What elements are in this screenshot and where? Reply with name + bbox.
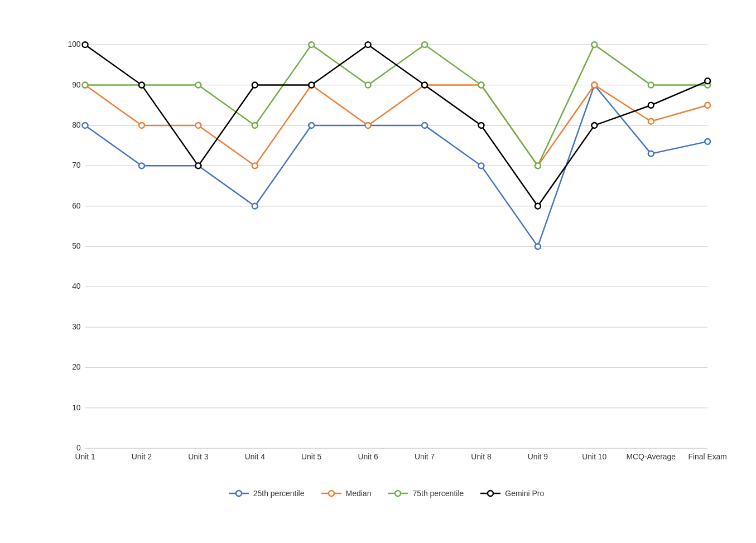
svg-point-85 (329, 491, 334, 496)
svg-point-66 (535, 163, 540, 168)
svg-point-37 (252, 203, 257, 209)
legend-label: Gemini Pro (505, 489, 544, 498)
svg-point-44 (648, 151, 653, 157)
svg-point-61 (252, 123, 257, 128)
legend-item: Median (321, 489, 372, 498)
svg-text:Unit 8: Unit 8 (471, 452, 492, 461)
svg-point-34 (82, 123, 88, 128)
svg-point-75 (365, 42, 370, 47)
svg-point-68 (648, 83, 653, 88)
svg-text:80: 80 (72, 120, 81, 129)
legend-item: 25th percentile (229, 489, 305, 498)
svg-text:20: 20 (72, 362, 81, 371)
svg-point-77 (478, 123, 484, 128)
svg-point-49 (252, 163, 257, 168)
chart-container: 0102030405060708090100Unit 1Unit 2Unit 3… (21, 15, 735, 528)
svg-point-57 (705, 103, 710, 108)
legend-label: Median (346, 489, 372, 498)
svg-point-38 (309, 123, 314, 128)
svg-point-47 (139, 123, 145, 128)
legend-label: 25th percentile (253, 489, 305, 498)
svg-text:Unit 2: Unit 2 (131, 452, 152, 461)
chart-area: 0102030405060708090100Unit 1Unit 2Unit 3… (55, 26, 719, 483)
svg-point-45 (705, 139, 710, 144)
svg-point-80 (648, 103, 653, 108)
svg-text:Unit 10: Unit 10 (582, 452, 606, 461)
svg-point-64 (422, 42, 427, 47)
svg-point-78 (535, 203, 540, 209)
svg-text:10: 10 (72, 403, 81, 412)
svg-text:30: 30 (72, 322, 81, 331)
svg-text:Unit 6: Unit 6 (358, 452, 378, 461)
line-chart: 0102030405060708090100Unit 1Unit 2Unit 3… (55, 26, 719, 483)
svg-text:Unit 1: Unit 1 (75, 452, 95, 461)
svg-text:40: 40 (72, 282, 81, 290)
svg-point-87 (395, 491, 401, 496)
svg-point-60 (195, 83, 201, 88)
svg-point-81 (705, 78, 710, 84)
svg-text:Unit 3: Unit 3 (188, 452, 209, 461)
svg-point-74 (309, 83, 314, 88)
svg-text:100: 100 (68, 40, 80, 49)
svg-point-58 (82, 83, 88, 88)
svg-text:Unit 7: Unit 7 (414, 452, 435, 461)
svg-text:Unit 4: Unit 4 (244, 452, 265, 461)
svg-point-56 (648, 119, 653, 124)
svg-text:Unit 9: Unit 9 (527, 452, 548, 461)
svg-point-89 (488, 491, 493, 496)
svg-point-67 (591, 42, 597, 47)
svg-point-76 (422, 83, 427, 88)
svg-point-70 (82, 42, 88, 47)
svg-text:MCQ-Average: MCQ-Average (626, 452, 676, 461)
svg-text:90: 90 (72, 80, 81, 89)
svg-point-73 (252, 83, 257, 88)
legend-item: 75th percentile (388, 489, 464, 498)
svg-point-62 (309, 42, 314, 47)
svg-text:60: 60 (72, 201, 81, 210)
legend-label: 75th percentile (412, 489, 464, 498)
svg-point-51 (365, 123, 370, 128)
svg-point-65 (478, 83, 484, 88)
svg-point-63 (365, 83, 370, 88)
chart-legend: 25th percentile Median 75th percentile G… (55, 489, 719, 498)
svg-text:70: 70 (72, 161, 81, 169)
svg-text:50: 50 (72, 241, 81, 250)
svg-text:Final Exam: Final Exam (688, 452, 726, 461)
svg-point-83 (236, 491, 242, 496)
svg-point-35 (139, 163, 145, 168)
svg-point-41 (478, 163, 484, 168)
svg-text:Unit 5: Unit 5 (301, 452, 322, 461)
svg-point-71 (139, 83, 145, 88)
svg-point-55 (591, 83, 597, 88)
svg-text:0: 0 (76, 443, 80, 452)
svg-point-48 (195, 123, 201, 128)
legend-item: Gemini Pro (480, 489, 544, 498)
svg-point-42 (535, 244, 540, 249)
svg-point-79 (591, 123, 597, 128)
svg-point-40 (422, 123, 427, 128)
svg-point-72 (195, 163, 201, 168)
